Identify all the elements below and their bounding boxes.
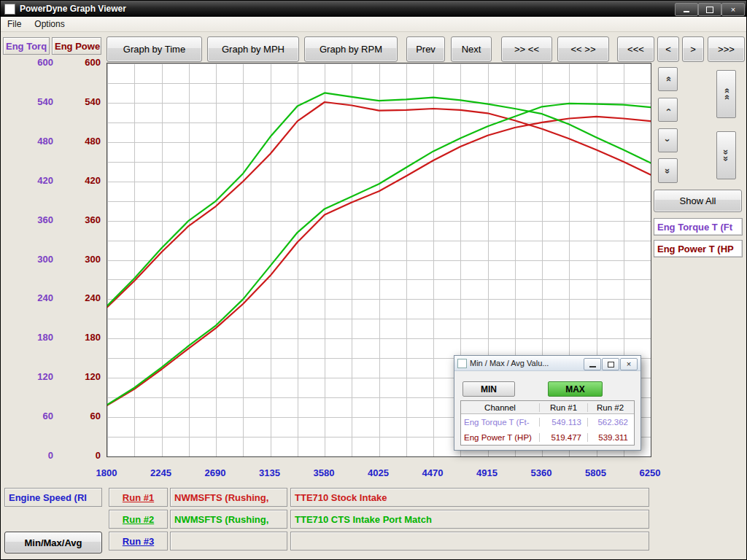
legend-eng-power[interactable]: Eng Power T (HP <box>654 240 743 257</box>
run-desc-2: TTE710 CTS Intake Port Match <box>290 510 649 529</box>
show-all-button[interactable]: Show All <box>654 190 742 212</box>
y-tick-power-600: 600 <box>56 57 101 69</box>
menu-options[interactable]: Options <box>28 18 71 31</box>
run-file-3 <box>170 532 287 551</box>
minimize-button[interactable] <box>675 3 698 16</box>
x-tick-4470: 4470 <box>415 467 450 479</box>
minmax-row-2: Eng Power T (HP)519.477539.311 <box>461 429 634 445</box>
minmax-col-channel: Channel <box>461 403 540 412</box>
minimize-icon <box>589 366 596 368</box>
app-icon <box>4 4 15 15</box>
run-file-1: NWMSFTS (Rushing, <box>170 488 287 507</box>
y-tick-power-300: 300 <box>56 254 101 265</box>
minmax-cell-channel: Eng Torque T (Ft- <box>461 418 540 427</box>
x-tick-3135: 3135 <box>252 467 287 479</box>
x-axis-channel-box[interactable]: Engine Speed (RI <box>4 488 102 507</box>
scale-up-button[interactable]: › <box>658 98 678 122</box>
run-label-2[interactable]: Run #2 <box>109 510 168 529</box>
tab-eng-power-channel[interactable]: Eng Powe <box>52 37 101 55</box>
y-tick-torque-0: 0 <box>4 450 53 462</box>
pan-down-button[interactable]: » » <box>716 131 736 179</box>
toolbar-button-graph-by-time[interactable]: Graph by Time <box>107 36 202 62</box>
toolbar-button-prev[interactable]: Prev <box>406 36 445 62</box>
y-tick-power-120: 120 <box>56 371 101 383</box>
y-tick-power-360: 360 <box>56 214 101 226</box>
toolbar-button-next[interactable]: Next <box>451 36 492 62</box>
min-toggle-button[interactable]: MIN <box>462 381 515 397</box>
run-label-3[interactable]: Run #3 <box>109 532 168 551</box>
scale-double-down-button[interactable]: » <box>658 158 678 183</box>
toolbar-button-graph-by-mph[interactable]: Graph by MPH <box>207 36 299 62</box>
toolbar-button-nav-8[interactable]: < <box>657 36 679 62</box>
toolbar-button-nav-7[interactable]: <<< <box>617 36 654 62</box>
restore-icon <box>608 362 614 368</box>
x-tick-3580: 3580 <box>306 467 341 479</box>
minmax-window-icon <box>457 359 467 368</box>
y-tick-torque-120: 120 <box>4 371 53 383</box>
double-chevron-down-icon: » <box>723 156 729 161</box>
close-icon: × <box>731 6 735 14</box>
y-tick-torque-240: 240 <box>4 292 53 304</box>
x-tick-2245: 2245 <box>144 467 179 479</box>
y-tick-torque-600: 600 <box>4 57 53 69</box>
menu-file[interactable]: File <box>1 18 28 31</box>
double-chevron-up-icon: » <box>665 77 671 82</box>
minmax-row-1: Eng Torque T (Ft-549.113562.362 <box>461 414 634 429</box>
minmax-cell-run2: 539.311 <box>588 433 632 442</box>
pan-up-button[interactable]: » » <box>716 70 736 118</box>
run-label-1[interactable]: Run #1 <box>109 488 168 507</box>
y-tick-power-240: 240 <box>56 292 101 304</box>
minmax-close-button[interactable]: × <box>620 358 638 370</box>
max-toggle-button[interactable]: MAX <box>548 381 603 397</box>
y-tick-torque-60: 60 <box>4 411 53 422</box>
minmax-cell-channel: Eng Power T (HP) <box>461 433 540 442</box>
chevron-up-icon: › <box>665 108 671 111</box>
minmax-cell-run2: 562.362 <box>588 418 632 427</box>
double-chevron-up-icon: » <box>723 95 729 100</box>
y-tick-power-540: 540 <box>56 96 101 108</box>
minmax-cell-run1: 549.113 <box>540 418 588 427</box>
toolbar-button-graph-by-rpm[interactable]: Graph by RPM <box>304 36 398 62</box>
y-tick-power-60: 60 <box>56 411 101 422</box>
minmax-col-run1: Run #1 <box>540 403 588 412</box>
chevron-down-icon: › <box>665 139 671 141</box>
y-tick-power-420: 420 <box>56 175 101 187</box>
app-window: PowerDyne Graph Viewer × File Options En… <box>0 0 747 560</box>
minmax-table-header: ChannelRun #1Run #2 <box>461 401 634 414</box>
y-tick-torque-420: 420 <box>4 175 53 187</box>
y-tick-torque-300: 300 <box>4 254 53 265</box>
minmax-cell-run1: 519.477 <box>540 433 588 442</box>
title-bar: PowerDyne Graph Viewer <box>1 1 746 17</box>
legend-eng-torque[interactable]: Eng Torque T (Ft <box>654 218 743 236</box>
minmax-avg-button[interactable]: Min/Max/Avg <box>4 532 102 553</box>
run-desc-1: TTE710 Stock Intake <box>290 488 649 507</box>
x-tick-2690: 2690 <box>198 467 233 479</box>
toolbar-button-nav-9[interactable]: > <box>682 36 704 62</box>
y-tick-power-0: 0 <box>56 450 101 462</box>
toolbar-button-nav-10[interactable]: >>> <box>708 36 745 62</box>
scale-double-up-button[interactable]: » <box>658 67 678 91</box>
y-tick-torque-180: 180 <box>4 332 53 343</box>
minmax-window-title: Min / Max / Avg Valu... <box>470 359 549 368</box>
double-chevron-down-icon: » <box>723 149 729 155</box>
toolbar-button-nav-5[interactable]: >> << <box>501 36 552 62</box>
x-tick-1800: 1800 <box>89 467 124 479</box>
close-button[interactable]: × <box>721 3 745 16</box>
x-tick-5805: 5805 <box>578 467 614 479</box>
minmax-table: ChannelRun #1Run #2 Eng Torque T (Ft-549… <box>460 400 635 446</box>
minmax-restore-button[interactable] <box>602 358 619 370</box>
y-tick-power-180: 180 <box>56 332 101 343</box>
toolbar-button-nav-6[interactable]: << >> <box>557 36 609 62</box>
menu-bar: File Options <box>1 17 746 32</box>
y-tick-torque-480: 480 <box>4 136 53 147</box>
minmax-table-body: Eng Torque T (Ft-549.113562.362Eng Power… <box>461 414 634 445</box>
minmax-minimize-button[interactable] <box>584 358 601 370</box>
scale-down-button[interactable]: › <box>658 128 678 152</box>
run-file-2: NWMSFTS (Rushing, <box>170 510 287 529</box>
minimize-icon <box>684 11 689 12</box>
double-chevron-down-icon: » <box>665 168 671 173</box>
run-desc-3 <box>290 532 649 551</box>
x-tick-4025: 4025 <box>361 467 396 479</box>
maximize-button[interactable] <box>698 3 721 16</box>
tab-eng-torque-channel[interactable]: Eng Torq <box>3 37 50 55</box>
